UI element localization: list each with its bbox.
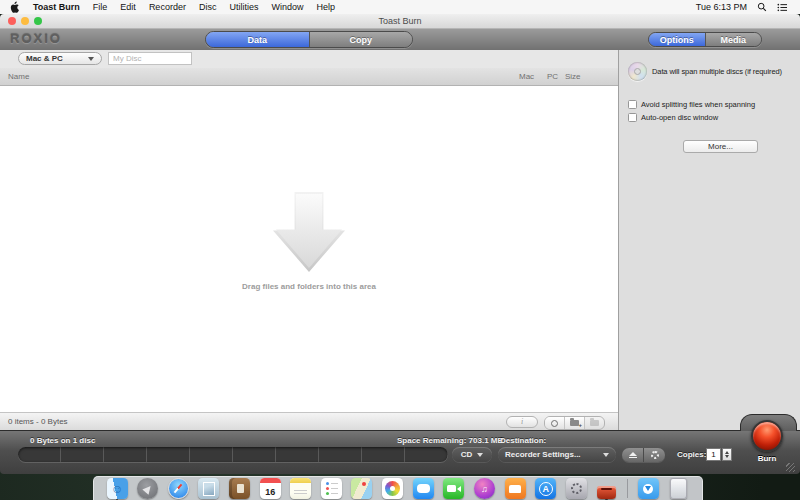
disc-settings-button[interactable]	[545, 417, 565, 429]
file-list-header: Name Mac PC Size	[0, 68, 618, 86]
options-panel: Data will span multiple discs (if requir…	[618, 50, 800, 430]
dock-icon-trash[interactable]	[668, 478, 689, 499]
dock-icon-contacts[interactable]	[229, 478, 250, 499]
menu-item-utilities[interactable]: Utilities	[229, 2, 258, 12]
dropdown-arrow-icon	[603, 453, 609, 457]
format-select-value: Mac & PC	[26, 54, 63, 63]
toolbar: ROXIO Data Copy Options Media	[0, 28, 800, 51]
disc-type-select[interactable]: CD	[452, 447, 492, 462]
file-tool-group: +	[544, 416, 605, 430]
notification-center-icon[interactable]	[777, 3, 788, 12]
new-folder-button[interactable]: +	[565, 417, 585, 429]
avoid-splitting-label: Avoid splitting files when spanning	[641, 100, 755, 109]
column-mac[interactable]: Mac	[519, 72, 534, 81]
multi-disc-icon	[628, 62, 647, 81]
plus-icon: +	[578, 422, 582, 428]
column-name[interactable]: Name	[8, 72, 29, 81]
dock-icon-downloads[interactable]	[638, 478, 659, 499]
dock: 16	[93, 476, 703, 500]
dropdown-arrow-icon	[477, 453, 483, 457]
disc-capacity-bar	[18, 447, 448, 462]
checkbox-row-splitting: Avoid splitting files when spanning	[628, 100, 755, 109]
dock-icon-app-store[interactable]	[535, 478, 556, 499]
tab-data[interactable]: Data	[206, 32, 309, 47]
disc-name-input[interactable]	[108, 52, 192, 65]
dock-separator	[627, 479, 628, 498]
menu-bar: Toast Burn File Edit Recorder Disc Utili…	[0, 0, 800, 14]
eject-button[interactable]	[622, 448, 643, 462]
minimize-window-button[interactable]	[21, 17, 29, 25]
dock-icon-maps[interactable]	[351, 478, 372, 499]
drop-hint-text: Drag files and folders into this area	[0, 282, 618, 291]
tab-options[interactable]: Options	[649, 33, 705, 46]
recorder-value: Recorder Settings...	[505, 450, 581, 459]
menu-clock[interactable]: Tue 6:13 PM	[696, 2, 747, 12]
zoom-window-button[interactable]	[34, 17, 42, 25]
dock-icon-launchpad[interactable]	[137, 478, 158, 499]
search-icon[interactable]	[757, 2, 767, 12]
copies-label: Copies:	[677, 450, 706, 459]
dropdown-arrow-icon	[88, 57, 94, 61]
menu-item-edit[interactable]: Edit	[120, 2, 136, 12]
dock-icon-facetime[interactable]	[443, 478, 464, 499]
recorder-select[interactable]: Recorder Settings...	[498, 447, 616, 462]
tab-copy[interactable]: Copy	[309, 32, 413, 47]
mode-segmented-control: Data Copy	[205, 31, 413, 48]
column-pc[interactable]: PC	[547, 72, 558, 81]
disc-type-value: CD	[461, 450, 473, 459]
dock-icon-mail[interactable]	[198, 478, 219, 499]
resize-handle[interactable]	[786, 463, 795, 472]
copies-value[interactable]: 1	[706, 448, 721, 461]
disc-icon-small	[551, 420, 558, 427]
file-drop-area[interactable]: Drag files and folders into this area	[0, 86, 618, 412]
avoid-splitting-checkbox[interactable]	[628, 100, 637, 109]
menu-app-name[interactable]: Toast Burn	[33, 2, 80, 12]
eject-icon	[629, 452, 637, 456]
dock-icon-safari[interactable]	[168, 478, 189, 499]
destination-label: Destination:	[500, 436, 546, 445]
checkbox-row-autoopen: Auto-open disc window	[628, 113, 718, 122]
copies-stepper[interactable]	[722, 448, 732, 461]
dock-icon-itunes[interactable]	[474, 478, 495, 499]
apple-icon[interactable]	[10, 1, 20, 13]
close-window-button[interactable]	[8, 17, 16, 25]
dock-icon-system-preferences[interactable]	[566, 478, 587, 499]
tab-media[interactable]: Media	[705, 33, 762, 46]
dock-icon-messages[interactable]	[413, 478, 434, 499]
window-title-bar[interactable]: Toast Burn	[0, 14, 800, 28]
dock-icon-notes[interactable]	[290, 478, 311, 499]
dock-icon-finder[interactable]	[107, 478, 128, 499]
folder-icon	[590, 420, 599, 426]
span-note: Data will span multiple discs (if requir…	[652, 67, 800, 76]
more-button[interactable]: More...	[683, 140, 758, 153]
space-remaining-text: Space Remaining: 703.1 MB	[397, 436, 503, 445]
gear-icon	[651, 451, 659, 459]
recorder-settings-button[interactable]	[643, 448, 665, 462]
panel-segmented-control: Options Media	[648, 32, 762, 47]
dock-icon-toast[interactable]	[596, 478, 617, 499]
menu-item-disc[interactable]: Disc	[199, 2, 217, 12]
content-footer: 0 items - 0 Bytes i +	[0, 412, 618, 431]
dock-icon-ibooks[interactable]	[505, 478, 526, 499]
dock-icon-photos[interactable]	[382, 478, 403, 499]
format-select[interactable]: Mac & PC	[18, 52, 102, 65]
auto-open-checkbox[interactable]	[628, 113, 637, 122]
dock-icon-calendar[interactable]: 16	[260, 478, 281, 499]
roxio-logo: ROXIO	[10, 31, 62, 46]
desktop: Toast Burn File Edit Recorder Disc Utili…	[0, 0, 800, 500]
stepper-up-icon	[725, 451, 729, 454]
recorder-tool-group	[622, 448, 665, 462]
dock-icon-reminders[interactable]	[321, 478, 342, 499]
items-summary: 0 items - 0 Bytes	[8, 417, 68, 426]
disc-usage-text: 0 Bytes on 1 disc	[30, 436, 95, 445]
menu-item-file[interactable]: File	[93, 2, 108, 12]
menu-item-window[interactable]: Window	[271, 2, 303, 12]
menu-item-recorder[interactable]: Recorder	[149, 2, 186, 12]
info-button[interactable]: i	[506, 416, 538, 428]
filter-bar: Mac & PC	[0, 50, 618, 68]
down-arrow-icon-bevel	[276, 194, 342, 268]
remove-item-button[interactable]	[585, 417, 604, 429]
burn-button[interactable]	[751, 420, 783, 452]
menu-item-help[interactable]: Help	[316, 2, 335, 12]
column-size[interactable]: Size	[565, 72, 581, 81]
